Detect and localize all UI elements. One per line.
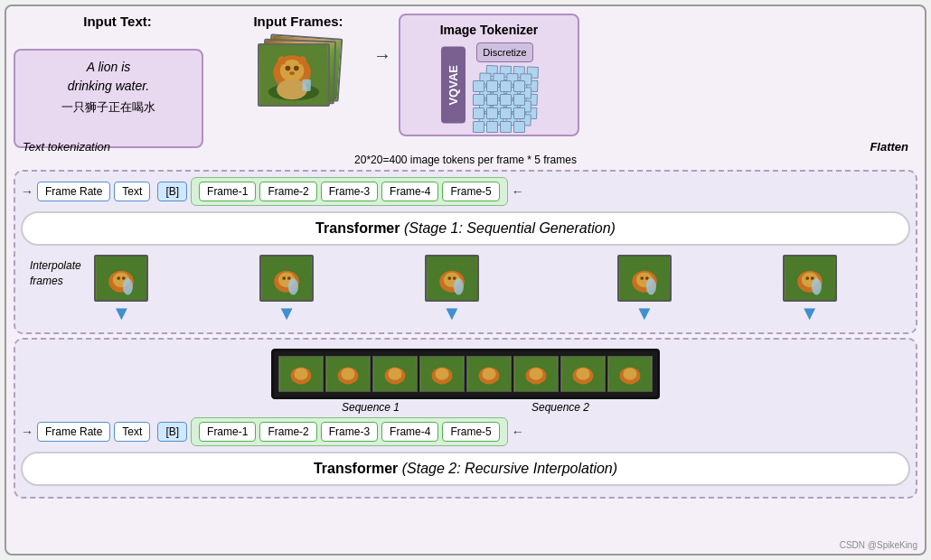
frames-to-tokenizer-arrow: → — [373, 45, 391, 66]
svg-point-40 — [811, 278, 821, 294]
frame2-badge-2: Frame-2 — [259, 422, 316, 442]
arrow-right-2: ← — [512, 425, 524, 439]
interpolate-label: Interpolateframes — [30, 258, 81, 289]
svg-point-46 — [341, 368, 354, 379]
svg-point-27 — [453, 276, 456, 280]
gen-frame-1-svg — [96, 257, 146, 300]
gen-frame-3 — [425, 255, 479, 302]
frame4-badge-1: Frame-4 — [381, 182, 438, 201]
input-text-chinese: 一只狮子正在喝水 — [28, 99, 189, 116]
top-section: Input Text: A lion is drinking water. 一只… — [14, 14, 917, 148]
svg-point-15 — [122, 276, 126, 280]
down-arrow-5: ▼ — [800, 303, 820, 323]
gen-frame-2 — [259, 255, 314, 302]
svg-point-61 — [576, 368, 589, 379]
svg-point-34 — [646, 278, 656, 294]
svg-point-26 — [447, 276, 451, 280]
svg-point-16 — [123, 278, 133, 294]
film-frame-7 — [560, 356, 606, 392]
svg-point-39 — [811, 276, 814, 280]
gen-frame-4-svg — [619, 257, 670, 300]
svg-point-14 — [118, 276, 121, 280]
svg-point-4 — [277, 56, 286, 64]
gen-frame-col-4: ▼ — [617, 255, 672, 323]
gen-frame-5 — [783, 255, 837, 302]
token-grid-stack — [473, 66, 538, 127]
frame-front — [258, 43, 330, 107]
watermark: CSDN @SpikeKing — [840, 540, 917, 550]
input-text-box: Input Text: A lion is drinking water. 一只… — [14, 14, 221, 148]
film-frame-5 — [466, 356, 512, 392]
vqvae-box: VQVAE — [441, 47, 466, 124]
gen-frame-5-svg — [785, 257, 835, 300]
arrow-left-2: → — [21, 425, 33, 439]
token-grid-layer1 — [473, 80, 525, 133]
film-frame-4 — [419, 356, 465, 392]
frame3-badge-2: Frame-3 — [321, 422, 378, 442]
svg-point-32 — [640, 276, 644, 280]
svg-point-21 — [287, 276, 291, 280]
text-badge-2: Text — [114, 422, 150, 442]
frame3-badge-1: Frame-3 — [321, 182, 378, 201]
svg-point-28 — [454, 278, 464, 294]
svg-point-58 — [529, 368, 542, 379]
arrow-right-1: ← — [512, 184, 524, 199]
down-arrow-4: ▼ — [635, 303, 654, 323]
frame-rate-badge-2: Frame Rate — [37, 422, 110, 442]
input-frames-title: Input Frames: — [253, 14, 343, 29]
sequence1-label: Sequence 1 — [342, 401, 400, 414]
film-strip — [271, 349, 660, 399]
gen-frame-4 — [617, 255, 672, 302]
sequence-labels: Sequence 1 Sequence 2 — [276, 401, 655, 414]
transformer-stage2-label: Transformer — [314, 461, 398, 476]
b-badge-1: [B] — [157, 182, 187, 201]
text-tokenization-label: Text tokenization — [23, 140, 110, 154]
discretize-box: Discretize — [476, 42, 532, 62]
film-frame-6 — [513, 356, 559, 392]
input-text-line1: A lion is drinking water. — [28, 58, 189, 96]
film-frame-8 — [607, 356, 653, 392]
lion-svg — [259, 45, 328, 105]
gen-frame-col-5: ▼ — [783, 255, 837, 323]
gen-frame-col-3: ▼ — [425, 255, 479, 323]
sequence2-label: Sequence 2 — [531, 401, 589, 414]
svg-point-33 — [645, 276, 649, 280]
film-frame-1 — [278, 356, 324, 392]
film-frame-3 — [372, 356, 418, 392]
frame-rate-badge-1: Frame Rate — [37, 182, 110, 201]
frame-badges-2: Frame-1 Frame-2 Frame-3 Frame-4 Frame-5 — [191, 417, 508, 446]
gen-frame-col-2: ▼ — [259, 255, 314, 323]
generated-frames-row: Interpolateframes ▼ — [21, 251, 910, 327]
film-frames-wrapper — [277, 354, 654, 394]
token-row-2: → Frame Rate Text [B] Frame-1 Frame-2 Fr… — [21, 417, 910, 446]
svg-point-6 — [286, 66, 291, 71]
transformer-stage1-label: Transformer — [315, 220, 400, 236]
gen-frame-1 — [94, 255, 148, 302]
film-frames-row — [277, 354, 654, 394]
frame2-badge-1: Frame-2 — [259, 182, 316, 201]
token-row-1: → Frame Rate Text [B] Frame-1 Frame-2 Fr… — [21, 177, 910, 206]
b-badge-2: [B] — [157, 422, 187, 442]
transformer-stage1-box: Transformer (Stage 1: Sequential Generat… — [21, 211, 910, 246]
arrow-left-1: → — [21, 184, 33, 199]
down-arrow-3: ▼ — [442, 303, 462, 323]
svg-point-22 — [288, 278, 298, 294]
input-text-title: Input Text: — [14, 14, 221, 29]
film-frame-2 — [325, 356, 371, 392]
frame5-badge-1: Frame-5 — [442, 182, 499, 201]
svg-rect-10 — [302, 79, 310, 91]
frame1-badge-1: Frame-1 — [199, 182, 256, 201]
tokenizer-title: Image Tokenizer — [440, 23, 539, 37]
tokenizer-inner: VQVAE Discretize — [441, 42, 538, 127]
svg-point-38 — [805, 276, 809, 280]
gen-frame-3-svg — [427, 257, 477, 300]
frames-stack — [249, 34, 348, 116]
frame1-badge-2: Frame-1 — [199, 422, 256, 442]
gen-frame-2-svg — [261, 257, 312, 300]
svg-point-64 — [623, 368, 636, 379]
text-badge-1: Text — [114, 182, 150, 201]
frame-badges-1: Frame-1 Frame-2 Frame-3 Frame-4 Frame-5 — [191, 177, 508, 206]
transformer-stage2-box: Transformer (Stage 2: Recursive Interpol… — [21, 452, 910, 486]
stage2-section: Sequence 1 Sequence 2 → Frame Rate Text … — [14, 338, 917, 499]
transformer-stage1-stage: (Stage 1: Sequential Generation) — [404, 220, 616, 236]
